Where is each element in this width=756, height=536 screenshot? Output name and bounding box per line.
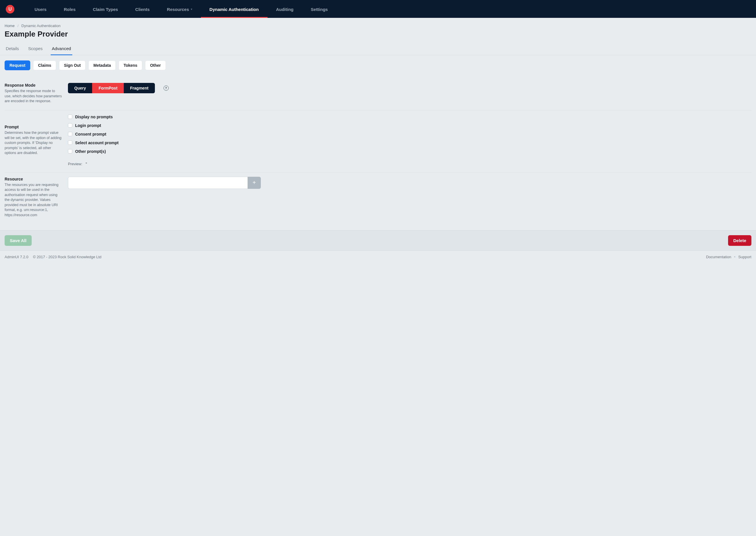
nav-item-roles[interactable]: Roles xyxy=(55,1,84,18)
prompt-checkbox-label[interactable]: Consent prompt xyxy=(75,132,106,136)
delete-button[interactable]: Delete xyxy=(728,235,751,246)
content: RequestClaimsSign OutMetadataTokensOther… xyxy=(0,55,756,224)
tab-details[interactable]: Details xyxy=(5,43,20,55)
resource-input[interactable] xyxy=(68,177,247,189)
prompt-checkbox-consent-prompt[interactable] xyxy=(68,132,72,136)
nav-item-users[interactable]: Users xyxy=(26,1,55,18)
footer-dot: • xyxy=(734,255,736,259)
help-icon[interactable]: ? xyxy=(164,85,169,91)
prompt-checkbox-label[interactable]: Display no prompts xyxy=(75,115,113,119)
resource-label: Resource xyxy=(5,177,62,181)
save-all-button[interactable]: Save All xyxy=(5,235,32,246)
prompt-checkbox-other-prompt-s-[interactable] xyxy=(68,149,72,153)
resource-desc: The resources you are requesting access … xyxy=(5,183,62,218)
nav-item-auditing[interactable]: Auditing xyxy=(267,1,302,18)
top-nav: U UsersRolesClaim TypesClientsResources▾… xyxy=(0,0,756,18)
pill-request[interactable]: Request xyxy=(5,60,30,70)
nav-item-resources[interactable]: Resources▾ xyxy=(158,1,201,18)
tab-advanced[interactable]: Advanced xyxy=(51,43,72,55)
pill-metadata[interactable]: Metadata xyxy=(88,60,116,70)
plus-icon: + xyxy=(252,179,256,186)
section-resource: Resource The resources you are requestin… xyxy=(5,173,751,224)
pill-claims[interactable]: Claims xyxy=(33,60,56,70)
response-mode-label: Response Mode xyxy=(5,83,62,87)
prompt-checkbox-label[interactable]: Select account prompt xyxy=(75,141,118,145)
section-response-mode: Response Mode Specifies the response mod… xyxy=(5,79,751,111)
nav-item-label: Claim Types xyxy=(93,7,118,12)
tab-scopes[interactable]: Scopes xyxy=(27,43,44,55)
prompt-check-item: Login prompt xyxy=(68,123,751,128)
subtabs: DetailsScopesAdvanced xyxy=(0,43,756,55)
preview-label: Preview: xyxy=(68,162,82,166)
nav-item-label: Resources xyxy=(167,7,189,12)
prompt-check-item: Select account prompt xyxy=(68,141,751,145)
breadcrumb: Home / Dynamic Authentication xyxy=(5,24,751,28)
response-mode-desc: Specifies the response mode to use, whic… xyxy=(5,89,62,104)
nav-item-label: Users xyxy=(35,7,47,12)
resource-input-row: + xyxy=(68,177,261,189)
prompt-checkbox-select-account-prompt[interactable] xyxy=(68,141,72,145)
chevron-down-icon: ▾ xyxy=(191,8,192,11)
footer-support-link[interactable]: Support xyxy=(738,255,751,259)
bottom-action-bar: Save All Delete xyxy=(0,230,756,251)
pill-bar: RequestClaimsSign OutMetadataTokensOther xyxy=(5,60,751,70)
pill-tokens[interactable]: Tokens xyxy=(118,60,142,70)
breadcrumb-section: Dynamic Authentication xyxy=(21,24,60,28)
nav-items: UsersRolesClaim TypesClientsResources▾Dy… xyxy=(26,1,337,18)
prompt-check-item: Other prompt(s) xyxy=(68,149,751,154)
pill-other[interactable]: Other xyxy=(145,60,166,70)
resource-add-button[interactable]: + xyxy=(247,177,261,189)
prompt-desc: Determines how the prompt value will be … xyxy=(5,130,62,156)
footer: AdminUI 7.2.0 © 2017 - 2023 Rock Solid K… xyxy=(0,251,756,263)
nav-item-settings[interactable]: Settings xyxy=(302,1,337,18)
prompt-check-item: Consent prompt xyxy=(68,132,751,136)
prompt-checkbox-display-no-prompts[interactable] xyxy=(68,115,72,119)
response-mode-segmented: QueryFormPostFragment xyxy=(68,83,155,93)
nav-item-dynamic-authentication[interactable]: Dynamic Authentication xyxy=(201,1,267,18)
prompt-check-item: Display no prompts xyxy=(68,115,751,119)
page-header: Home / Dynamic Authentication Example Pr… xyxy=(0,18,756,39)
prompt-checkbox-label[interactable]: Login prompt xyxy=(75,123,101,128)
response-mode-option-fragment[interactable]: Fragment xyxy=(124,83,155,93)
nav-item-claim-types[interactable]: Claim Types xyxy=(84,1,127,18)
footer-doc-link[interactable]: Documentation xyxy=(706,255,731,259)
logo-icon[interactable]: U xyxy=(6,5,15,14)
footer-copyright: © 2017 - 2023 Rock Solid Knowledge Ltd xyxy=(33,255,101,259)
nav-item-label: Dynamic Authentication xyxy=(210,7,259,12)
prompt-checkbox-label[interactable]: Other prompt(s) xyxy=(75,149,106,154)
nav-item-label: Roles xyxy=(64,7,76,12)
nav-item-label: Auditing xyxy=(276,7,294,12)
prompt-preview: Preview: " xyxy=(68,162,751,166)
prompt-checkbox-login-prompt[interactable] xyxy=(68,123,72,127)
breadcrumb-home[interactable]: Home xyxy=(5,24,15,28)
nav-item-label: Clients xyxy=(135,7,150,12)
prompt-label: Prompt xyxy=(5,125,62,129)
nav-item-label: Settings xyxy=(311,7,328,12)
response-mode-option-formpost[interactable]: FormPost xyxy=(92,83,123,93)
breadcrumb-sep: / xyxy=(17,24,19,28)
prompt-check-list: Display no promptsLogin promptConsent pr… xyxy=(68,115,751,154)
nav-item-clients[interactable]: Clients xyxy=(127,1,158,18)
pill-sign-out[interactable]: Sign Out xyxy=(59,60,85,70)
response-mode-option-query[interactable]: Query xyxy=(68,83,92,93)
footer-version: AdminUI 7.2.0 xyxy=(5,255,28,259)
section-prompt: Prompt Determines how the prompt value w… xyxy=(5,111,751,173)
preview-value: " xyxy=(85,162,87,166)
page-title: Example Provider xyxy=(5,30,751,39)
